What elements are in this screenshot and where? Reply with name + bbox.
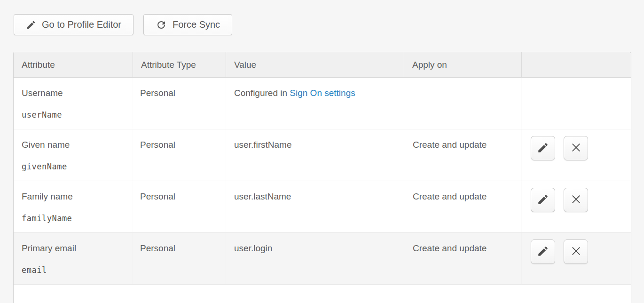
table-row: Given name givenName Personal user.first… — [14, 129, 631, 181]
value-prefix-text: Configured in — [234, 88, 290, 98]
value-cell: Configured in Sign On settings — [226, 78, 404, 129]
attribute-mapping-table: Attribute Attribute Type Value Apply on … — [13, 52, 631, 303]
column-header-attribute: Attribute — [14, 52, 133, 77]
column-header-attribute-type: Attribute Type — [133, 52, 226, 77]
edit-attribute-button[interactable] — [531, 136, 555, 160]
pencil-icon — [537, 142, 549, 155]
table-row — [14, 285, 631, 303]
attribute-type-cell: Personal — [133, 233, 226, 284]
attribute-variable-name: userName — [22, 110, 125, 120]
attribute-type-cell: Personal — [133, 181, 226, 232]
table-row: Username userName Personal Configured in… — [14, 78, 631, 129]
attribute-type-cell: Personal — [133, 129, 226, 181]
x-icon — [570, 245, 582, 258]
column-header-actions — [522, 52, 631, 77]
edit-attribute-button[interactable] — [531, 188, 555, 212]
attribute-label: Family name — [22, 191, 125, 202]
table-row: Family name familyName Personal user.las… — [14, 181, 631, 233]
value-cell: user.firstName — [226, 129, 404, 181]
value-cell: user.login — [226, 233, 404, 284]
delete-attribute-button[interactable] — [564, 188, 588, 212]
attribute-label: Given name — [22, 140, 125, 150]
attribute-variable-name: familyName — [22, 213, 125, 223]
apply-on-cell — [404, 78, 522, 129]
actions-cell — [522, 129, 631, 181]
pencil-icon — [537, 193, 549, 207]
sign-on-settings-link[interactable]: Sign On settings — [290, 88, 355, 98]
edit-attribute-button[interactable] — [531, 239, 555, 264]
attribute-label: Primary email — [22, 243, 125, 254]
refresh-icon — [156, 19, 167, 31]
go-to-profile-editor-button[interactable]: Go to Profile Editor — [14, 14, 134, 35]
delete-attribute-button[interactable] — [564, 239, 588, 264]
actions-cell — [522, 78, 631, 129]
actions-cell — [522, 233, 631, 284]
force-sync-button[interactable]: Force Sync — [143, 14, 232, 35]
toolbar: Go to Profile Editor Force Sync — [14, 14, 232, 35]
attribute-label: Username — [22, 88, 125, 98]
table-header-row: Attribute Attribute Type Value Apply on — [14, 52, 631, 78]
attribute-variable-name: givenName — [22, 161, 125, 172]
apply-on-cell: Create and update — [404, 181, 522, 232]
table-row: Primary email email Personal user.login … — [14, 233, 631, 285]
apply-on-cell: Create and update — [404, 129, 522, 181]
attribute-cell: Username userName — [14, 78, 133, 129]
x-icon — [570, 193, 582, 207]
column-header-apply-on: Apply on — [404, 52, 522, 77]
attribute-cell: Given name givenName — [14, 129, 133, 181]
attribute-cell: Family name familyName — [14, 181, 133, 232]
apply-on-cell: Create and update — [404, 233, 522, 284]
force-sync-label: Force Sync — [173, 19, 220, 30]
attribute-variable-name: email — [22, 265, 125, 275]
pencil-icon — [26, 20, 36, 30]
go-to-profile-editor-label: Go to Profile Editor — [42, 19, 121, 30]
value-cell: user.lastName — [226, 181, 404, 232]
pencil-icon — [537, 245, 549, 259]
x-icon — [570, 142, 582, 155]
attribute-cell: Primary email email — [14, 233, 133, 284]
delete-attribute-button[interactable] — [564, 136, 588, 160]
actions-cell — [522, 181, 631, 232]
attribute-type-cell: Personal — [133, 78, 226, 129]
column-header-value: Value — [226, 52, 404, 77]
